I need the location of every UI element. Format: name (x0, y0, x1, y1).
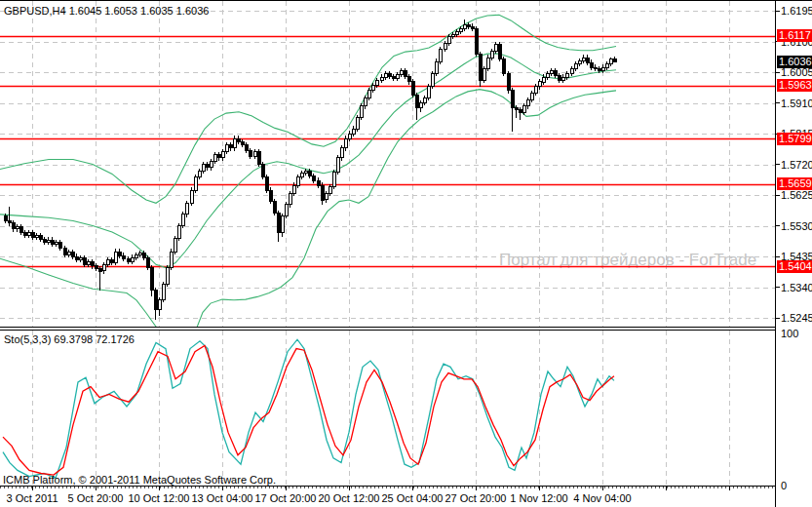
price-axis-label: 1.5340 (781, 282, 812, 293)
time-axis-major-tick (32, 487, 33, 490)
stochastic-label: Sto(5,3,3) 69.3798 72.1726 (4, 333, 135, 345)
price-axis-tick (776, 72, 780, 73)
time-axis-major-tick (412, 487, 413, 490)
level-price-badge: 1.5963 (777, 79, 812, 92)
time-axis-label: 10 Oct 12:00 (129, 492, 190, 504)
price-axis-label: 1.5910 (781, 98, 812, 109)
trading-chart-window: Портал для трейдеров - ForTrade GBPUSD,H… (0, 0, 812, 507)
price-axis-label: 1.5530 (781, 220, 812, 232)
time-axis-label: 17 Oct 20:00 (255, 492, 317, 504)
price-axis-tick (776, 11, 780, 12)
price-axis-label: 1.5720 (781, 159, 812, 171)
time-axis-major-tick (286, 487, 287, 490)
time-axis-label: 27 Oct 20:00 (445, 492, 507, 504)
price-axis-tick (776, 164, 780, 165)
bollinger-lower-band (0, 90, 616, 327)
time-axis-major-tick (729, 487, 730, 490)
stochastic-axis-label: 0 (781, 480, 787, 491)
time-axis-minor-ticks (0, 487, 775, 488)
time-axis-label: 4 Nov 04:00 (573, 492, 631, 504)
time-axis-label: 3 Oct 2011 (7, 492, 58, 504)
time-axis-label: 20 Oct 12:00 (319, 492, 380, 504)
main-price-chart[interactable]: Портал для трейдеров - ForTrade (0, 1, 775, 327)
time-axis-major-tick (539, 487, 540, 490)
stochastic-axis-label: 100 (781, 328, 798, 339)
level-price-badge: 1.5404 (777, 260, 812, 273)
time-axis-major-tick (96, 487, 97, 490)
time-axis-major-tick (159, 487, 160, 490)
level-price-badge: 1.6117 (777, 29, 812, 42)
time-axis-major-tick (222, 487, 223, 490)
time-axis-major-tick (476, 487, 477, 490)
price-axis-tick (776, 287, 780, 288)
time-axis-label: 25 Oct 04:00 (382, 492, 444, 504)
price-axis-label: 1.5625 (781, 189, 812, 201)
time-axis[interactable]: 3 Oct 20115 Oct 20:0010 Oct 12:0013 Oct … (0, 487, 775, 507)
time-axis-label: 1 Nov 12:00 (510, 492, 567, 504)
copyright-text: ICMB Platform, © 2001-2011 MetaQuotes So… (3, 474, 276, 486)
level-price-badge: 1.5799 (777, 133, 812, 145)
price-axis-tick (776, 102, 780, 103)
chart-title-ohlc: GBPUSD,H4 1.6045 1.6053 1.6035 1.6036 (4, 5, 209, 17)
time-axis-label: 5 Oct 20:00 (68, 492, 124, 504)
time-axis-major-tick (602, 487, 603, 490)
price-axis-tick (776, 225, 780, 226)
price-axis[interactable]: 1.61951.61001.60051.59101.58151.57201.56… (775, 1, 812, 507)
stochastic-indicator-panel[interactable] (0, 331, 775, 487)
time-axis-major-tick (349, 487, 350, 490)
price-axis-tick (776, 195, 780, 196)
price-axis-tick (776, 256, 780, 257)
time-axis-label: 13 Oct 04:00 (192, 492, 253, 504)
price-axis-label: 1.5245 (781, 312, 812, 324)
price-axis-tick (776, 318, 780, 319)
level-price-badge: 1.5659 (777, 177, 812, 190)
current-price-badge: 1.6036 (777, 56, 812, 68)
time-axis-major-tick (666, 487, 667, 490)
price-axis-label: 1.6195 (781, 5, 812, 17)
